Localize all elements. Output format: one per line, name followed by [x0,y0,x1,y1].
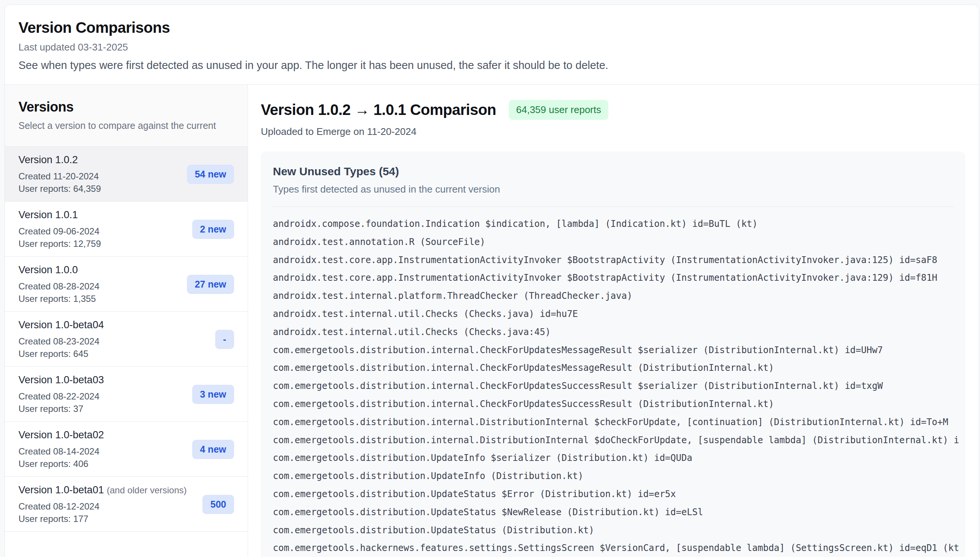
unused-type-line: com.emergetools.distribution.internal.Di… [273,432,965,450]
unused-type-line: com.emergetools.distribution.UpdateStatu… [273,485,965,503]
version-name: Version 1.0-beta03 [18,374,104,386]
version-list-item[interactable]: Version 1.0.2 Created 11-20-2024 User re… [5,147,247,202]
version-meta: Created 11-20-2024 User reports: 64,359 [18,170,101,195]
version-name: Version 1.0.0 [18,264,99,276]
version-info: Version 1.0-beta04 Created 08-23-2024 Us… [18,319,104,360]
version-list-item[interactable]: Version 1.0-beta02 Created 08-14-2024 Us… [5,422,247,477]
version-user-reports: User reports: 64,359 [18,182,101,195]
new-unused-types-header: New Unused Types (54) Types first detect… [272,151,954,207]
version-list-item[interactable]: Version 1.0-beta03 Created 08-22-2024 Us… [5,367,247,422]
unused-type-line: com.emergetools.distribution.internal.Ch… [273,359,965,377]
version-user-reports: User reports: 37 [18,402,104,415]
version-list: Version 1.0.2 Created 11-20-2024 User re… [5,147,247,532]
unused-type-line: androidx.test.core.app.InstrumentationAc… [273,251,965,269]
unused-type-line: com.emergetools.distribution.UpdateInfo … [273,467,965,485]
version-comparisons-panel: Version Comparisons Last updated 03-31-2… [5,5,979,557]
version-list-item[interactable]: Version 1.0.0 Created 08-28-2024 User re… [5,257,247,312]
user-reports-badge: 64,359 user reports [509,100,608,120]
uploaded-text: Uploaded to Emerge on 11-20-2024 [261,126,965,138]
version-list-item[interactable]: Version 1.0-beta01 (and older versions) … [5,477,247,532]
version-meta: Created 08-12-2024 User reports: 177 [18,500,187,525]
version-meta: Created 08-22-2024 User reports: 37 [18,390,104,415]
unused-type-line: com.emergetools.distribution.internal.Ch… [273,377,965,395]
unused-type-line: com.emergetools.distribution.internal.Di… [273,414,965,432]
new-unused-types-card: New Unused Types (54) Types first detect… [261,151,965,557]
unused-type-line: androidx.test.internal.util.Checks (Chec… [273,305,965,323]
version-info: Version 1.0.1 Created 09-06-2024 User re… [18,209,101,250]
last-updated-text: Last updated 03-31-2025 [18,41,965,53]
new-count-badge: 500 [202,495,234,514]
version-user-reports: User reports: 1,355 [18,292,99,305]
versions-sidebar: Versions Select a version to compare aga… [5,85,248,557]
body-split: Versions Select a version to compare aga… [5,85,979,557]
comparison-title: Version 1.0.2 → 1.0.1 Comparison [261,101,496,118]
version-meta: Created 08-14-2024 User reports: 406 [18,445,104,470]
unused-type-line: com.emergetools.distribution.UpdateStatu… [273,521,965,540]
version-name: Version 1.0-beta04 [18,319,104,331]
unused-type-line: com.emergetools.hackernews.features.sett… [273,539,965,557]
unused-type-line: androidx.compose.foundation.Indication $… [273,215,965,233]
new-count-badge: 3 new [192,385,234,404]
new-count-badge: 27 new [187,275,234,294]
version-created: Created 09-06-2024 [18,225,101,238]
version-name: Version 1.0-beta02 [18,429,104,441]
unused-type-line: androidx.test.annotation.R (SourceFile) [273,233,965,251]
unused-type-line: androidx.test.internal.util.Checks (Chec… [273,323,965,342]
page-title: Version Comparisons [18,19,965,36]
version-name-suffix: (and older versions) [107,485,187,495]
new-count-badge: 4 new [192,440,234,459]
version-meta: Created 09-06-2024 User reports: 12,759 [18,225,101,250]
versions-sidebar-header: Versions Select a version to compare aga… [5,85,247,147]
version-created: Created 08-22-2024 [18,390,104,402]
version-created: Created 08-28-2024 [18,280,99,292]
version-created: Created 08-23-2024 [18,335,104,347]
version-info: Version 1.0-beta02 Created 08-14-2024 Us… [18,429,104,470]
version-created: Created 08-12-2024 [18,500,187,513]
unused-type-line: androidx.test.core.app.InstrumentationAc… [273,269,965,287]
new-count-badge: - [215,330,234,349]
page-header: Version Comparisons Last updated 03-31-2… [5,5,979,85]
version-meta: Created 08-23-2024 User reports: 645 [18,335,104,360]
version-user-reports: User reports: 645 [18,347,104,360]
version-list-item[interactable]: Version 1.0.1 Created 09-06-2024 User re… [5,202,247,257]
version-user-reports: User reports: 12,759 [18,238,101,250]
unused-type-line: com.emergetools.distribution.internal.Ch… [273,342,965,360]
new-count-badge: 2 new [192,220,234,239]
version-created: Created 08-14-2024 [18,445,104,458]
comparison-title-row: Version 1.0.2 → 1.0.1 Comparison 64,359 … [261,100,965,120]
new-unused-types-subtitle: Types first detected as unused in the cu… [273,184,953,195]
version-name: Version 1.0-beta01 (and older versions) [18,484,187,496]
new-count-badge: 54 new [187,164,234,184]
comparison-main: Version 1.0.2 → 1.0.1 Comparison 64,359 … [248,85,979,557]
version-meta: Created 08-28-2024 User reports: 1,355 [18,280,99,305]
version-list-item[interactable]: Version 1.0-beta04 Created 08-23-2024 Us… [5,312,247,367]
unused-type-line: com.emergetools.distribution.internal.Ch… [273,395,965,414]
version-user-reports: User reports: 406 [18,458,104,470]
version-info: Version 1.0.2 Created 11-20-2024 User re… [18,154,101,195]
new-unused-types-title: New Unused Types (54) [273,165,953,178]
version-name: Version 1.0.1 [18,209,101,221]
version-created: Created 11-20-2024 [18,170,101,182]
versions-title: Versions [18,99,234,115]
unused-type-line: com.emergetools.distribution.UpdateInfo … [273,449,965,467]
version-info: Version 1.0.0 Created 08-28-2024 User re… [18,264,99,305]
unused-type-line: com.emergetools.distribution.UpdateStatu… [273,503,965,521]
unused-type-line: androidx.test.internal.platform.ThreadCh… [273,287,965,305]
version-info: Version 1.0-beta03 Created 08-22-2024 Us… [18,374,104,415]
page-description: See when types were first detected as un… [18,59,965,72]
version-name: Version 1.0.2 [18,154,101,166]
versions-subtitle: Select a version to compare against the … [18,120,234,131]
unused-types-list: androidx.compose.foundation.Indication $… [261,207,965,557]
version-info: Version 1.0-beta01 (and older versions) … [18,484,187,525]
version-user-reports: User reports: 177 [18,513,187,525]
